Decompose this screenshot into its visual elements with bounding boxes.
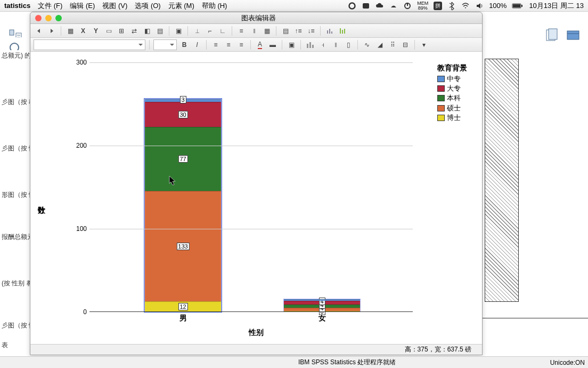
font-size-dropdown[interactable] [153,39,177,50]
editor-title: 图表编辑器 [62,13,482,23]
chart-type1-button[interactable] [324,26,335,36]
svg-rect-14 [549,29,557,39]
segment-大专[interactable]: 4 [284,301,360,304]
output-tree-icon[interactable] [7,28,24,37]
menu-file[interactable]: 文件 (F) [38,1,62,11]
axis-style3-button[interactable]: ∟ [217,26,228,36]
mem-indicator: MEM89% [417,1,428,11]
hat-icon [389,2,398,10]
doc-copy-icon[interactable] [543,28,559,44]
segment-博士[interactable]: 12 [145,301,221,311]
legend-item[interactable]: 硕士 [437,103,467,113]
bar-chart-button[interactable] [305,39,315,50]
window-zoom-button[interactable] [55,15,62,21]
menu-elements[interactable]: 元素 (M) [168,1,194,11]
output-sidebar: 总额元) 的 彡图（按 教 彡图（按 性 形图（按 性 报酬总额元 (按 性别 … [0,50,31,349]
svg-rect-25 [312,45,314,48]
x-axis-button[interactable]: X [78,26,88,36]
list-item[interactable]: 彡图（按 教 [0,97,31,108]
segment-大专[interactable]: 30 [145,102,221,127]
status-dimensions: 高：375，宽：637.5 磅 [405,345,471,354]
menubar-date: 10月13日 周二 13 [529,1,584,11]
segment-硕士[interactable]: 133 [145,191,221,301]
area-chart-button[interactable]: ◢ [374,39,385,50]
y-axis-button[interactable]: Y [91,26,101,36]
stack-button[interactable]: ▯ [343,39,354,50]
bar-男[interactable]: 1213377303男 [144,99,222,312]
menu-options[interactable]: 选项 (O) [135,1,160,11]
fit-button[interactable]: ▣ [286,39,297,50]
undo-button[interactable] [34,26,44,36]
gridline-both-button[interactable]: ▦ [262,26,272,36]
legend-item[interactable]: 博士 [437,113,467,123]
transpose-button[interactable]: ⇄ [129,26,140,36]
legend-item[interactable]: 本科 [437,93,467,103]
chart-type2-button[interactable] [337,26,348,36]
window-close-button[interactable] [35,15,42,21]
align-center-button[interactable]: ≡ [223,39,234,50]
region-button[interactable]: ▭ [103,26,114,36]
list-item[interactable]: 彡图（按 性 [0,320,31,331]
svg-rect-15 [567,31,579,39]
sort-asc-button[interactable]: ↑≡ [293,26,304,36]
hatched-region [485,59,519,302]
histogram-button[interactable]: ⫞ [317,39,328,50]
more-chart-button[interactable]: ▾ [419,39,429,50]
segment-本科[interactable]: 77 [145,127,221,191]
italic-button[interactable]: I [192,39,202,50]
window-tile-icon[interactable] [566,28,582,44]
bold-button[interactable]: B [179,39,190,50]
list-item[interactable]: 总额元) 的 [0,50,31,61]
box-button[interactable]: ⊟ [400,39,411,50]
dots-toggle-button[interactable]: ▦ [65,26,76,36]
list-item[interactable]: 报酬总额元 [0,231,31,243]
fill-color-button[interactable]: ▬ [267,39,278,50]
colormap-button[interactable]: ▤ [280,26,291,36]
bar-女[interactable]: 0444女 [283,299,361,312]
segment-中专[interactable]: 3 [145,99,221,102]
wifi-icon[interactable] [461,2,470,10]
gridline [89,62,413,63]
bluetooth-icon[interactable] [447,2,456,10]
list-item[interactable]: 彡图（按 性 [0,143,31,154]
list-item[interactable]: 形图（按 性 [0,189,31,201]
grid-toggle-button[interactable]: ⊞ [116,26,127,36]
legend-label: 大专 [447,84,461,93]
legend-item[interactable]: 中专 [437,74,467,84]
gridline-v-button[interactable]: ⦀ [249,26,259,36]
axis-style1-button[interactable]: ⟂ [192,26,202,36]
svg-rect-1 [363,3,369,9]
scatter-button[interactable]: ⠿ [387,39,398,50]
editor-titlebar[interactable]: 图表编辑器 [30,12,482,24]
menu-help[interactable]: 帮助 (H) [202,1,227,11]
axis-style2-button[interactable]: ⌐ [205,26,215,36]
cluster-button[interactable]: ⦀ [330,39,341,50]
gridline-h-button[interactable]: ≡ [236,26,247,36]
volume-icon[interactable] [475,2,484,10]
magnify-icon[interactable] [7,41,24,50]
segment-中专[interactable] [284,299,360,301]
list-item[interactable]: 表 [0,340,31,351]
line-chart-button[interactable]: ∿ [362,39,372,50]
align-left-button[interactable]: ≡ [210,39,221,50]
window-minimize-button[interactable] [45,15,52,21]
list-item[interactable]: (按 性别 教 [0,278,31,289]
redo-button[interactable] [46,26,57,36]
y-tick: 300 [68,59,87,66]
label-toggle-button[interactable]: ▣ [173,26,184,36]
selection-dropdown[interactable] [34,39,145,50]
menu-edit[interactable]: 编辑 (E) [70,1,95,11]
legend-button[interactable]: ▤ [154,26,165,36]
legend-item[interactable]: 大专 [437,84,467,93]
legend-swatch [437,95,445,101]
align-right-button[interactable]: ≡ [236,39,247,50]
legend-title: 教育背景 [437,63,467,73]
sort-desc-button[interactable]: ↓≡ [306,26,316,36]
palette-button[interactable]: ◧ [142,26,152,36]
ime-icon[interactable]: 拼 [434,2,442,10]
chart-canvas[interactable]: 计数 0100200300 1213377303男0444女 教育背景 中专大专… [30,52,482,344]
menu-view[interactable]: 视图 (V) [102,1,127,11]
text-color-button[interactable]: A [255,39,265,50]
data-label: 77 [178,155,187,163]
x-axis-line [89,311,413,312]
